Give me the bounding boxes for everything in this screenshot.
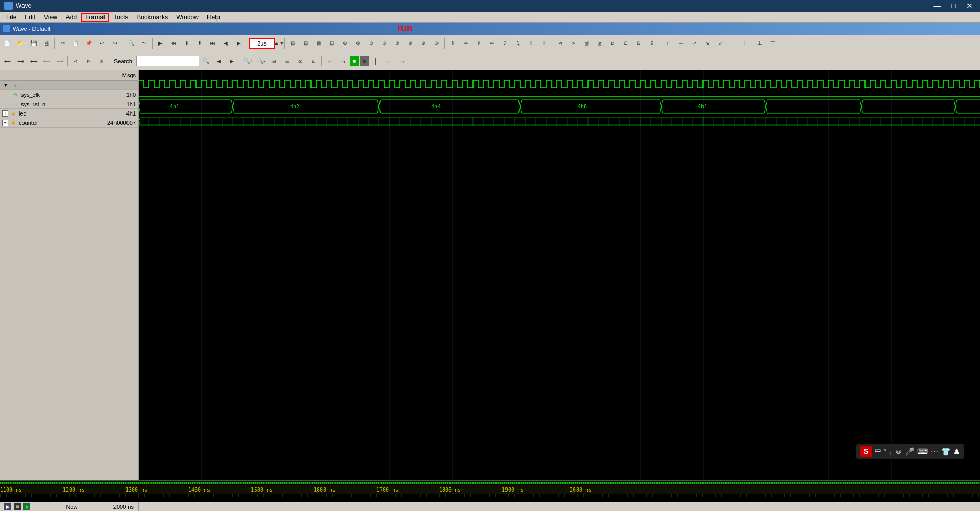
tb-b7[interactable]: ▶ (233, 37, 245, 50)
search-input[interactable] (136, 56, 199, 66)
close-button[interactable]: ✕ (963, 2, 976, 10)
tb-d1[interactable]: ⇑ (446, 37, 459, 50)
tb2-wave5[interactable]: | (370, 55, 382, 67)
tb-find-button[interactable]: 🔍 (125, 37, 137, 50)
tb2-zoom-cursor[interactable]: ⊠ (294, 55, 307, 67)
tb2-c2[interactable]: ▶ (226, 55, 238, 67)
minimize-button[interactable]: — (931, 2, 944, 10)
tb-d5[interactable]: ⤴ (499, 37, 511, 50)
menu-format[interactable]: Format (81, 13, 109, 22)
tb-open-button[interactable]: 📂 (14, 37, 27, 50)
tb-d7[interactable]: ⥮ (525, 37, 537, 50)
tb-redo-button[interactable]: ↪ (109, 37, 121, 50)
floating-toolbar[interactable]: S 中 ° , ☺ 🎤 ⌨ ⋯ 👕 ♟ (856, 444, 964, 459)
led-expand-button[interactable]: + (2, 110, 8, 117)
tb-save-button[interactable]: 💾 (27, 37, 40, 50)
tb-c3[interactable]: ⊠ (313, 37, 325, 50)
tb-c5[interactable]: ⊕ (339, 37, 351, 50)
maximize-button[interactable]: □ (949, 2, 959, 10)
shirt-icon[interactable]: 👕 (941, 447, 950, 456)
menu-window[interactable]: Window (172, 13, 203, 22)
tb-d4[interactable]: ⇐ (486, 37, 498, 50)
tb-print-button[interactable]: 🖨 (40, 37, 53, 50)
tb-b6[interactable]: ◀ (220, 37, 232, 50)
chinese-icon[interactable]: 中 (875, 447, 881, 456)
tb-b3[interactable]: ⬆ (180, 37, 193, 50)
tb-c9[interactable]: ⊚ (391, 37, 403, 50)
tools-icon[interactable]: ⋯ (931, 447, 938, 456)
emoji-icon[interactable]: ☺ (895, 447, 902, 456)
tb2-wave6[interactable]: ⌐ (383, 55, 395, 67)
tb-e2[interactable]: ⊳ (567, 37, 580, 50)
tb-undo-button[interactable]: ↩ (96, 37, 108, 50)
signal-row-counter[interactable]: + ◈ counter 24h000007 (0, 118, 138, 128)
menu-bookmarks[interactable]: Bookmarks (132, 13, 172, 22)
tb-cut-button[interactable]: ✂ (56, 37, 69, 50)
tb-d8[interactable]: ⥯ (538, 37, 550, 50)
keyboard-icon[interactable]: ⌨ (917, 447, 928, 456)
tb-f9[interactable]: ⊤ (766, 37, 779, 50)
tb-d3[interactable]: ⇓ (472, 37, 485, 50)
menu-add[interactable]: Add (62, 13, 81, 22)
counter-expand-button[interactable]: + (2, 120, 8, 126)
tb2-zoom-fit[interactable]: ⊞ (268, 55, 281, 67)
menu-file[interactable]: File (2, 13, 20, 22)
tb-b2[interactable]: ⏮ (167, 37, 180, 50)
tb-c11[interactable]: ⊜ (417, 37, 430, 50)
tb2-wave1[interactable]: ⌐ (324, 55, 336, 67)
tb-b4[interactable]: ⬇ (193, 37, 206, 50)
tb2-a2[interactable]: ⟶ (14, 55, 27, 67)
tb-paste-button[interactable]: 📌 (83, 37, 95, 50)
tb2-zoom-selection[interactable]: ⊡ (307, 55, 320, 67)
tb-new-button[interactable]: 📄 (1, 37, 14, 50)
menu-help[interactable]: Help (203, 13, 224, 22)
tb-f3[interactable]: ↗ (688, 37, 700, 50)
tb-c2[interactable]: ⊟ (299, 37, 312, 50)
tb-c4[interactable]: ⊡ (326, 37, 338, 50)
tb2-a4[interactable]: ⟸ (40, 55, 53, 67)
tb-b5[interactable]: ⏭ (206, 37, 219, 50)
time-input-value[interactable]: 2us (257, 40, 267, 47)
tb-f5[interactable]: ↙ (714, 37, 727, 50)
tb2-zoom-out[interactable]: 🔍- (255, 55, 268, 67)
status-icon-1[interactable]: ▶ (4, 503, 11, 510)
tb2-b1[interactable]: ⊲ (70, 55, 82, 67)
signal-row-sys-clk[interactable]: ⟲ sys_clk 1h0 (0, 90, 138, 99)
tb-e5[interactable]: ⫐ (606, 37, 619, 50)
tb-c7[interactable]: ⊘ (365, 37, 377, 50)
tb2-a3[interactable]: ⟷ (27, 55, 40, 67)
tb-e4[interactable]: ⊵ (593, 37, 606, 50)
tb-f2[interactable]: ↔ (675, 37, 687, 50)
comma-icon[interactable]: , (890, 448, 891, 455)
mic-icon[interactable]: 🎤 (905, 447, 914, 456)
tb-f8[interactable]: ⊥ (753, 37, 766, 50)
tb-e1[interactable]: ⊲ (554, 37, 567, 50)
tb-signal-button[interactable]: 〜 (138, 37, 151, 50)
waveform-area[interactable]: 4h1 4h2 4h4 4h8 4h1 (139, 70, 980, 480)
tb-e6[interactable]: ⫑ (619, 37, 632, 50)
tb2-wave4[interactable]: ■ (360, 56, 369, 66)
tb-c12[interactable]: ⊝ (430, 37, 443, 50)
signal-row-sys-rst-n[interactable]: ◇ sys_rst_n 1h1 (0, 99, 138, 109)
signal-row-led[interactable]: + ◈ led 4h1 (0, 109, 138, 118)
tb2-c1[interactable]: ◀ (213, 55, 225, 67)
tb2-b3[interactable]: ⊴ (96, 55, 108, 67)
menu-view[interactable]: View (40, 13, 62, 22)
tb-d2[interactable]: ⇒ (459, 37, 472, 50)
tb-c10[interactable]: ⊛ (404, 37, 417, 50)
tb-f4[interactable]: ↘ (701, 37, 713, 50)
tb-c6[interactable]: ⊗ (352, 37, 364, 50)
status-icon-2[interactable]: ⏹ (14, 503, 21, 510)
tb-e8[interactable]: ⫓ (645, 37, 658, 50)
tb-c8[interactable]: ⊙ (378, 37, 390, 50)
menu-edit[interactable]: Edit (20, 13, 40, 22)
menu-tools[interactable]: Tools (109, 13, 132, 22)
tb2-b2[interactable]: ⊳ (83, 55, 95, 67)
tb2-a5[interactable]: ⟹ (53, 55, 66, 67)
tb2-wave2[interactable]: ¬ (337, 55, 349, 67)
tb-f6[interactable]: ⊣ (727, 37, 740, 50)
tb2-search-go[interactable]: 🔍 (200, 55, 212, 67)
signal-group-row[interactable]: ▼ ◈ (0, 81, 138, 90)
tb-b1[interactable]: ▶ (154, 37, 167, 50)
tb2-zoom-full[interactable]: ⊟ (281, 55, 294, 67)
